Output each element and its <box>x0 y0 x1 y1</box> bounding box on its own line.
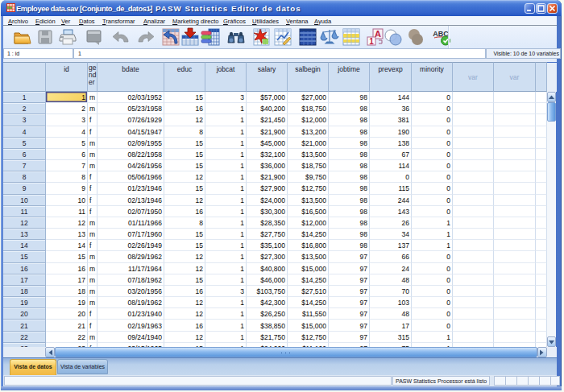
svg-text:1: 1 <box>369 37 374 46</box>
